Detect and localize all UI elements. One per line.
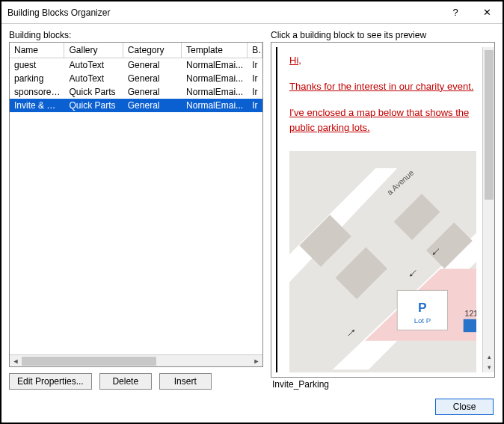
cell-gallery: Quick Parts — [64, 86, 123, 98]
cell-template: NormalEmai... — [182, 59, 248, 71]
scroll-thumb[interactable] — [22, 357, 156, 366]
preview-map-image: P Lot P a Avenue 121 — [289, 151, 476, 372]
building-blocks-label: Building blocks: — [9, 30, 263, 40]
cell-b: Ir — [248, 73, 262, 85]
preview-block-name: Invite_Parking — [271, 378, 495, 390]
cell-name: parking — [10, 73, 64, 85]
scroll-down-icon[interactable]: ▾ — [483, 363, 495, 371]
cell-template: NormalEmai... — [182, 99, 248, 111]
cell-name: sponsored ... — [10, 86, 64, 98]
window-title: Building Blocks Organizer — [7, 7, 440, 18]
column-header-template[interactable]: Template — [182, 43, 248, 58]
vertical-scrollbar[interactable]: ▴ ▾ — [482, 47, 494, 372]
scroll-right-icon[interactable]: ► — [251, 357, 262, 365]
map-number: 121 — [465, 309, 476, 318]
cell-gallery: Quick Parts — [64, 99, 123, 111]
column-header-category[interactable]: Category — [123, 43, 182, 58]
cell-b: Ir — [248, 86, 262, 98]
cell-category: General — [123, 86, 182, 98]
help-button[interactable]: ? — [440, 1, 471, 24]
parking-p-icon: P — [418, 300, 427, 315]
cell-category: General — [123, 59, 182, 71]
cell-name: guest — [10, 59, 64, 71]
horizontal-scrollbar[interactable]: ◄ ► — [10, 354, 262, 366]
column-header-b[interactable]: B — [248, 43, 262, 58]
column-header-gallery[interactable]: Gallery — [64, 43, 123, 58]
preview-text: Hi, Thanks for the interest in our chari… — [289, 53, 476, 147]
cell-template: NormalEmai... — [182, 86, 248, 98]
cell-b: Ir — [248, 99, 262, 111]
table-row[interactable]: sponsored ...Quick PartsGeneralNormalEma… — [10, 85, 262, 99]
preview-label: Click a building block to see its previe… — [271, 30, 495, 40]
cell-name: Invite & Par... — [10, 99, 64, 111]
vscroll-thumb[interactable] — [485, 50, 494, 200]
building-blocks-table[interactable]: Name Gallery Category Template B guestAu… — [9, 42, 263, 367]
preview-box: Hi, Thanks for the interest in our chari… — [271, 42, 495, 378]
cell-category: General — [123, 99, 182, 111]
table-row[interactable]: Invite & Par...Quick PartsGeneralNormalE… — [10, 99, 262, 112]
scroll-up-icon[interactable]: ▴ — [483, 353, 495, 360]
close-window-button[interactable]: ✕ — [471, 1, 503, 24]
svg-rect-9 — [464, 319, 476, 332]
cell-gallery: AutoText — [64, 73, 123, 85]
table-row[interactable]: guestAutoTextGeneralNormalEmai...Ir — [10, 58, 262, 72]
cell-b: Ir — [248, 59, 262, 71]
delete-button[interactable]: Delete — [99, 373, 152, 390]
parking-lot-label: Lot P — [414, 316, 431, 325]
edit-properties-button[interactable]: Edit Properties... — [9, 373, 92, 390]
insert-button[interactable]: Insert — [159, 373, 212, 390]
close-button[interactable]: Close — [435, 399, 494, 415]
table-row[interactable]: parkingAutoTextGeneralNormalEmai...Ir — [10, 72, 262, 85]
column-header-name[interactable]: Name — [10, 43, 64, 58]
cell-category: General — [123, 73, 182, 85]
cell-gallery: AutoText — [64, 59, 123, 71]
cell-template: NormalEmai... — [182, 73, 248, 85]
scroll-left-icon[interactable]: ◄ — [10, 357, 22, 365]
